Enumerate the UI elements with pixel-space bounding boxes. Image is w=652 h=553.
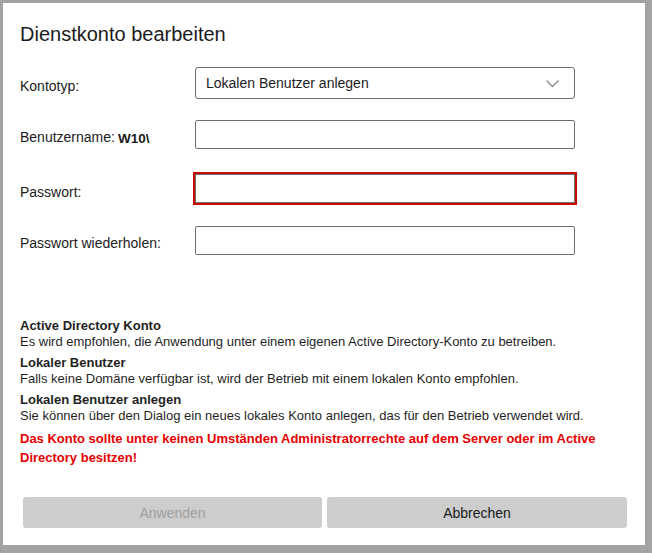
passwort-wiederholen-input[interactable] (195, 226, 575, 255)
passwort-label: Passwort: (20, 184, 81, 201)
admin-rights-warning: Das Konto sollte unter keinen Umständen … (20, 429, 620, 467)
dienstkonto-dialog: Dienstkonto bearbeiten Kontotyp: Lokalen… (3, 3, 645, 545)
account-type-info: Active Directory Konto Es wird empfohlen… (20, 318, 635, 429)
benutzername-domain-prefix: W10\ (118, 130, 150, 147)
benutzername-label: Benutzername: (20, 129, 115, 146)
info-heading: Lokaler Benutzer (20, 355, 635, 371)
passwort-wiederholen-label: Passwort wiederholen: (20, 235, 161, 252)
kontotyp-select[interactable]: Lokalen Benutzer anlegen (195, 67, 575, 99)
chevron-down-icon (545, 79, 560, 88)
info-group-lokalen-benutzer-anlegen: Lokalen Benutzer anlegen Sie können über… (20, 392, 635, 424)
info-body: Falls keine Domäne verfügbar ist, wird d… (20, 371, 635, 387)
info-heading: Lokalen Benutzer anlegen (20, 392, 635, 408)
kontotyp-label: Kontotyp: (20, 78, 79, 95)
passwort-input[interactable] (195, 174, 575, 203)
info-heading: Active Directory Konto (20, 318, 635, 334)
cancel-button[interactable]: Abbrechen (327, 497, 627, 528)
kontotyp-selected-value: Lokalen Benutzer anlegen (206, 75, 545, 91)
apply-button[interactable]: Anwenden (23, 497, 322, 528)
info-group-active-directory: Active Directory Konto Es wird empfohlen… (20, 318, 635, 350)
dialog-title: Dienstkonto bearbeiten (20, 21, 226, 48)
info-body: Es wird empfohlen, die Anwendung unter e… (20, 334, 635, 350)
info-body: Sie können über den Dialog ein neues lok… (20, 408, 635, 424)
benutzername-input[interactable] (195, 120, 575, 149)
info-group-lokaler-benutzer: Lokaler Benutzer Falls keine Domäne verf… (20, 355, 635, 387)
